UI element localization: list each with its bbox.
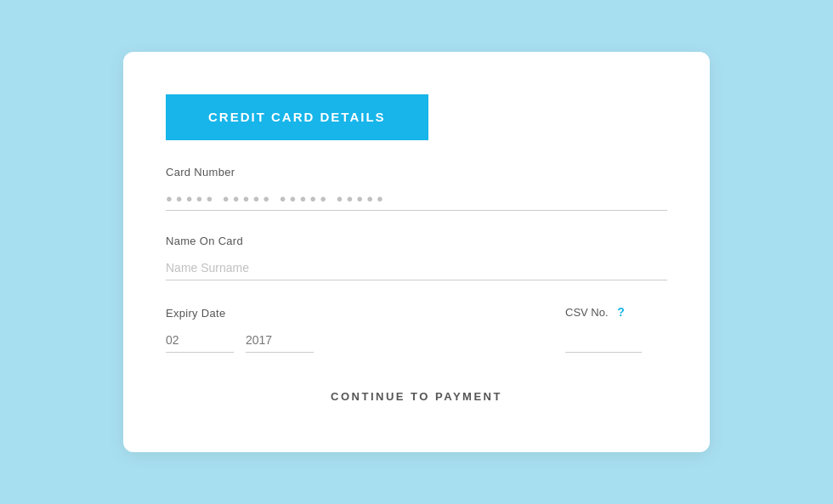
csv-section: CSV No. ? [565, 304, 667, 353]
form-header: CREDIT CARD DETAILS [166, 94, 428, 140]
expiry-csv-group: Expiry Date CSV No. ? [166, 304, 667, 353]
csv-input[interactable] [565, 328, 642, 353]
card-number-label: Card Number [166, 166, 667, 178]
name-on-card-label: Name On Card [166, 235, 667, 247]
form-title: CREDIT CARD DETAILS [208, 110, 386, 124]
csv-help-icon[interactable]: ? [614, 304, 629, 320]
expiry-month-input[interactable] [166, 328, 234, 353]
csv-label: CSV No. [565, 306, 609, 319]
continue-button-row: CONTINUE TO PAYMENT [166, 383, 667, 410]
expiry-csv-row: Expiry Date CSV No. ? [166, 304, 667, 353]
name-on-card-input[interactable] [166, 256, 667, 280]
form-body: Card Number ●●●●● ●●●●● ●●●●● ●●●●● Name… [123, 140, 710, 452]
credit-card-form: CREDIT CARD DETAILS Card Number ●●●●● ●●… [123, 52, 710, 452]
expiry-fields [166, 328, 540, 353]
expiry-section: Expiry Date [166, 307, 540, 353]
continue-to-payment-button[interactable]: CONTINUE TO PAYMENT [314, 383, 519, 410]
card-number-dots: ●●●●● ●●●●● ●●●●● ●●●●● [166, 187, 667, 211]
expiry-year-input[interactable] [246, 328, 314, 353]
name-on-card-group: Name On Card [166, 235, 667, 280]
expiry-date-label: Expiry Date [166, 307, 540, 320]
csv-label-row: CSV No. ? [565, 304, 629, 320]
card-number-group: Card Number ●●●●● ●●●●● ●●●●● ●●●●● [166, 166, 667, 211]
